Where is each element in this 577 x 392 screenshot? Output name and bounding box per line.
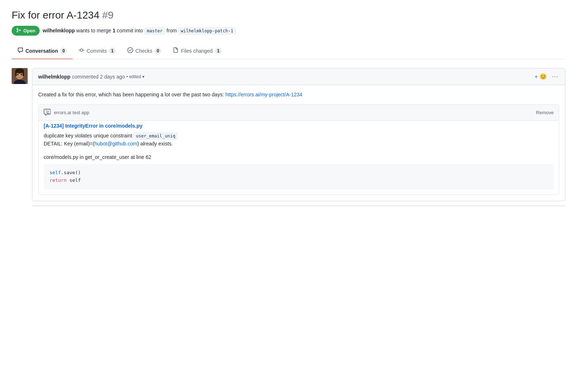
pr-number: #9 <box>102 9 114 21</box>
code-return-self: self <box>67 177 81 183</box>
error-constraint-code: user_email_uniq <box>134 133 177 139</box>
pr-title-text: Fix for error A-1234 <box>12 9 99 21</box>
tab-commits-count: 1 <box>109 48 116 54</box>
tab-checks-label: Checks <box>135 48 152 54</box>
code-return-keyword: return <box>49 177 67 183</box>
error-card-body: duplicate key violates unique constraint… <box>39 129 559 195</box>
comment-text: Created a fix for this error, which has … <box>38 91 559 99</box>
pr-commit-count: 1 <box>112 28 115 33</box>
tab-conversation[interactable]: Conversation 0 <box>12 43 73 59</box>
tab-conversation-label: Conversation <box>25 48 58 54</box>
conversation-icon <box>17 47 23 54</box>
edited-badge: • edited ▾ <box>126 74 144 79</box>
comment-body-text: Created a fix for this error, which has … <box>38 92 225 97</box>
error-line-2: DETAIL: Key (email)=(hubot@github.com) a… <box>44 140 554 148</box>
tab-checks[interactable]: Checks 0 <box>122 43 167 59</box>
pr-meta: wilhelmklopp wants to merge 1 commit int… <box>43 28 236 34</box>
svg-point-5 <box>17 74 19 75</box>
pr-author: wilhelmklopp <box>43 28 75 33</box>
target-branch[interactable]: master <box>144 28 165 34</box>
error-line1-text: duplicate key violates unique constraint <box>44 133 134 139</box>
add-reaction-button[interactable]: + 😊 <box>534 72 548 81</box>
tabs-bar: Conversation 0 Commits 1 Checks 0 Files … <box>12 43 565 59</box>
error-card-header: errors.ai test app Remove <box>39 105 559 121</box>
conversation-area: wilhelmklopp commented 2 days ago • edit… <box>12 68 565 201</box>
code-self-keyword: self <box>49 170 61 175</box>
open-badge-label: Open <box>23 28 35 33</box>
commits-icon <box>79 47 84 54</box>
error-line2-suffix: ) already exists. <box>137 141 173 147</box>
bottom-divider <box>32 205 565 206</box>
more-options-button[interactable]: ··· <box>551 72 559 81</box>
pr-status-bar: Open wilhelmklopp wants to merge 1 commi… <box>12 26 565 36</box>
error-card: errors.ai test app Remove [A-1234] Integ… <box>38 104 559 195</box>
tab-commits-label: Commits <box>87 48 107 54</box>
tab-files-changed-count: 1 <box>215 48 222 54</box>
tab-files-changed-label: Files changed <box>181 48 212 54</box>
comment-action: commented <box>72 74 99 80</box>
comment-header: wilhelmklopp commented 2 days ago • edit… <box>32 68 565 85</box>
error-line2-prefix: DETAIL: Key (email)=( <box>44 141 94 147</box>
checks-icon <box>127 47 133 54</box>
error-issue-link[interactable]: [A-1234] IntegrityError in core/models.p… <box>44 123 143 129</box>
git-merge-icon <box>16 28 21 34</box>
comment-header-actions: + 😊 ··· <box>534 72 559 81</box>
avatar <box>12 68 28 84</box>
tab-checks-count: 0 <box>155 48 162 54</box>
error-card-link: [A-1234] IntegrityError in core/models.p… <box>39 121 559 129</box>
pr-title: Fix for error A-1234 #9 <box>12 9 565 21</box>
svg-point-6 <box>21 74 22 75</box>
error-app-name: errors.ai test app <box>54 110 89 115</box>
svg-rect-4 <box>23 71 24 76</box>
comment-body-link[interactable]: https://errors.ai/my-project/A-1234 <box>225 92 302 97</box>
comment-box: wilhelmklopp commented 2 days ago • edit… <box>32 68 565 201</box>
files-changed-icon <box>173 47 179 54</box>
code-block: self.save() return self <box>44 164 554 189</box>
error-card-title-row: errors.ai test app <box>44 108 89 117</box>
tab-commits[interactable]: Commits 1 <box>73 43 122 59</box>
error-line-1: duplicate key violates unique constraint… <box>44 132 554 140</box>
edited-dropdown[interactable]: ▾ <box>142 74 144 79</box>
tab-files-changed[interactable]: Files changed 1 <box>167 43 227 59</box>
comment-body: Created a fix for this error, which has … <box>32 85 565 201</box>
remove-button[interactable]: Remove <box>536 110 554 115</box>
code-save-call: .save() <box>61 170 81 175</box>
comment-header-left: wilhelmklopp commented 2 days ago • edit… <box>38 74 144 80</box>
error-file-ref: core/models.py in get_or_create_user at … <box>44 153 554 161</box>
avatar-inner <box>12 68 28 84</box>
svg-rect-3 <box>15 71 17 76</box>
source-branch[interactable]: wilhelmklopp-patch-1 <box>178 28 236 34</box>
open-badge: Open <box>12 26 40 36</box>
code-line-1: self.save() <box>49 169 548 177</box>
error-email-link[interactable]: hubot@github.com <box>94 141 137 147</box>
tab-conversation-count: 0 <box>60 48 67 54</box>
comment-time: 2 days ago <box>100 74 125 80</box>
comment-author[interactable]: wilhelmklopp <box>38 74 71 80</box>
code-line-2: return self <box>49 177 548 184</box>
error-app-icon <box>44 108 51 117</box>
pr-action-text: wants to merge <box>76 28 113 33</box>
